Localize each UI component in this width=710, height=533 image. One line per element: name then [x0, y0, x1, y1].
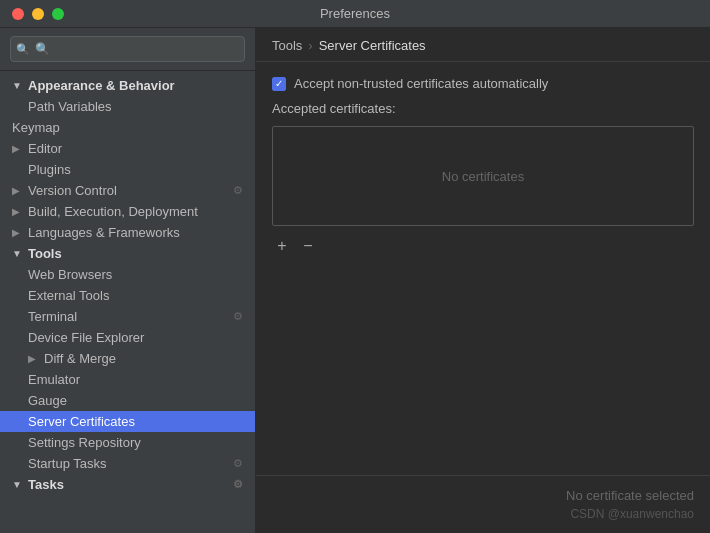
sidebar-item-label: Server Certificates — [28, 414, 135, 429]
sidebar-item-build-execution[interactable]: ▶ Build, Execution, Deployment — [0, 201, 255, 222]
sidebar-nav: ▼ Appearance & Behavior Path Variables K… — [0, 71, 255, 533]
sidebar-item-web-browsers[interactable]: Web Browsers — [0, 264, 255, 285]
watermark-text: CSDN @xuanwenchao — [570, 507, 694, 521]
arrow-icon: ▼ — [12, 248, 24, 259]
config-icon: ⚙ — [233, 478, 243, 491]
accept-certs-label: Accept non-trusted certificates automati… — [294, 76, 548, 91]
search-icon: 🔍 — [16, 43, 30, 56]
accept-certs-checkbox[interactable] — [272, 77, 286, 91]
content-area: Tools › Server Certificates Accept non-t… — [256, 28, 710, 533]
arrow-icon: ▶ — [12, 185, 24, 196]
sidebar-item-label: Version Control — [28, 183, 117, 198]
sidebar-item-appearance-behavior[interactable]: ▼ Appearance & Behavior — [0, 75, 255, 96]
sidebar-item-label: Tasks — [28, 477, 64, 492]
arrow-icon: ▶ — [28, 353, 40, 364]
sidebar-item-startup-tasks[interactable]: Startup Tasks ⚙ — [0, 453, 255, 474]
maximize-button[interactable] — [52, 8, 64, 20]
sidebar-item-label: Plugins — [28, 162, 71, 177]
no-certs-text: No certificates — [442, 169, 524, 184]
sidebar-item-plugins[interactable]: Plugins — [0, 159, 255, 180]
sidebar-item-label: External Tools — [28, 288, 109, 303]
breadcrumb-current: Server Certificates — [319, 38, 426, 53]
config-icon: ⚙ — [233, 184, 243, 197]
window-controls — [12, 8, 64, 20]
sidebar-item-gauge[interactable]: Gauge — [0, 390, 255, 411]
sidebar-item-tasks[interactable]: ▼ Tasks ⚙ — [0, 474, 255, 495]
sidebar-item-label: Path Variables — [28, 99, 112, 114]
sidebar-item-label: Appearance & Behavior — [28, 78, 175, 93]
arrow-icon: ▶ — [12, 227, 24, 238]
sidebar-item-label: Emulator — [28, 372, 80, 387]
sidebar-item-emulator[interactable]: Emulator — [0, 369, 255, 390]
content-bottom: No certificate selected CSDN @xuanwencha… — [256, 475, 710, 533]
sidebar-item-version-control[interactable]: ▶ Version Control ⚙ — [0, 180, 255, 201]
search-input[interactable] — [10, 36, 245, 62]
arrow-icon: ▼ — [12, 479, 24, 490]
checkbox-row: Accept non-trusted certificates automati… — [272, 76, 694, 91]
sidebar-item-terminal[interactable]: Terminal ⚙ — [0, 306, 255, 327]
sidebar-item-diff-merge[interactable]: ▶ Diff & Merge — [0, 348, 255, 369]
sidebar-item-label: Editor — [28, 141, 62, 156]
minimize-button[interactable] — [32, 8, 44, 20]
search-box: 🔍 — [0, 28, 255, 71]
sidebar-item-device-file-explorer[interactable]: Device File Explorer — [0, 327, 255, 348]
title-bar: Preferences — [0, 0, 710, 28]
close-button[interactable] — [12, 8, 24, 20]
sidebar-item-tools[interactable]: ▼ Tools — [0, 243, 255, 264]
sidebar-item-label: Languages & Frameworks — [28, 225, 180, 240]
sidebar-item-label: Web Browsers — [28, 267, 112, 282]
arrow-icon: ▶ — [12, 143, 24, 154]
sidebar-item-label: Tools — [28, 246, 62, 261]
sidebar-item-label: Gauge — [28, 393, 67, 408]
content-header: Tools › Server Certificates — [256, 28, 710, 62]
sidebar-item-editor[interactable]: ▶ Editor — [0, 138, 255, 159]
sidebar-item-settings-repository[interactable]: Settings Repository — [0, 432, 255, 453]
sidebar-item-server-certificates[interactable]: Server Certificates — [0, 411, 255, 432]
main-layout: 🔍 ▼ Appearance & Behavior Path Variables… — [0, 28, 710, 533]
breadcrumb: Tools › Server Certificates — [272, 38, 694, 53]
sidebar-item-label: Diff & Merge — [44, 351, 116, 366]
sidebar-item-label: Build, Execution, Deployment — [28, 204, 198, 219]
certificates-table: No certificates — [272, 126, 694, 226]
accepted-certs-label: Accepted certificates: — [272, 101, 694, 116]
content-body: Accept non-trusted certificates automati… — [256, 62, 710, 475]
sidebar-item-label: Device File Explorer — [28, 330, 144, 345]
sidebar-item-keymap[interactable]: Keymap — [0, 117, 255, 138]
search-wrap: 🔍 — [10, 36, 245, 62]
sidebar-item-path-variables[interactable]: Path Variables — [0, 96, 255, 117]
config-icon: ⚙ — [233, 457, 243, 470]
sidebar-item-external-tools[interactable]: External Tools — [0, 285, 255, 306]
breadcrumb-parent: Tools — [272, 38, 302, 53]
sidebar-item-languages-frameworks[interactable]: ▶ Languages & Frameworks — [0, 222, 255, 243]
breadcrumb-separator: › — [308, 38, 312, 53]
arrow-icon: ▶ — [12, 206, 24, 217]
remove-certificate-button[interactable]: − — [298, 236, 318, 256]
config-icon: ⚙ — [233, 310, 243, 323]
add-certificate-button[interactable]: + — [272, 236, 292, 256]
sidebar: 🔍 ▼ Appearance & Behavior Path Variables… — [0, 28, 256, 533]
sidebar-item-label: Keymap — [12, 120, 60, 135]
no-cert-selected-text: No certificate selected — [566, 488, 694, 503]
window-title: Preferences — [320, 6, 390, 21]
sidebar-item-label: Startup Tasks — [28, 456, 107, 471]
arrow-icon: ▼ — [12, 80, 24, 91]
table-actions: + − — [272, 236, 694, 256]
sidebar-item-label: Settings Repository — [28, 435, 141, 450]
sidebar-item-label: Terminal — [28, 309, 77, 324]
